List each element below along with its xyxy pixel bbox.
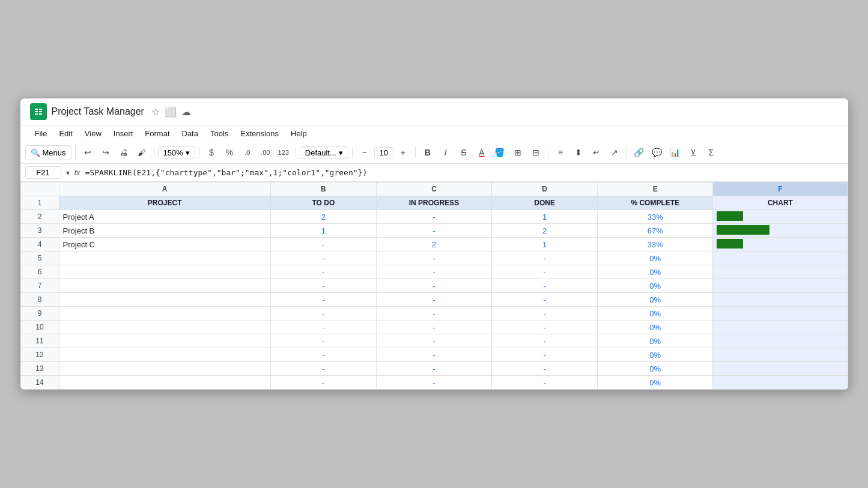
cell-f10[interactable]: [713, 321, 848, 334]
cloud-icon[interactable]: ☁: [181, 106, 191, 118]
cell-e12[interactable]: 0%: [598, 348, 713, 362]
cell-f11[interactable]: [713, 334, 848, 348]
row-num-12[interactable]: 12: [20, 348, 59, 362]
cell-d7[interactable]: -: [492, 279, 598, 293]
filter-button[interactable]: ⊻: [685, 144, 702, 161]
formula-input[interactable]: [85, 168, 843, 177]
valign-button[interactable]: ⬍: [570, 144, 587, 161]
cell-b4[interactable]: -: [270, 238, 376, 252]
decimal-inc-button[interactable]: .00: [257, 144, 274, 161]
row-num-6[interactable]: 6: [20, 265, 59, 279]
cell-b13[interactable]: -: [270, 362, 376, 376]
cell-f14[interactable]: [713, 376, 848, 390]
font-size-input[interactable]: [374, 147, 393, 158]
cell-e6[interactable]: 0%: [598, 265, 713, 279]
row-num-1[interactable]: 1: [20, 196, 59, 210]
cell-b3[interactable]: 1: [270, 224, 376, 238]
col-header-a[interactable]: A: [59, 182, 270, 196]
cell-e10[interactable]: 0%: [598, 321, 713, 334]
cell-b6[interactable]: -: [270, 265, 376, 279]
fill-color-button[interactable]: 🪣: [491, 144, 508, 161]
cell-a10[interactable]: [59, 321, 270, 334]
zoom-selector[interactable]: 150% ▾: [158, 146, 195, 159]
cell-reference-input[interactable]: [25, 166, 61, 179]
cell-d11[interactable]: -: [492, 334, 598, 348]
row-num-5[interactable]: 5: [20, 252, 59, 265]
cell-d6[interactable]: -: [492, 265, 598, 279]
row-num-14[interactable]: 14: [20, 376, 59, 390]
cell-d10[interactable]: -: [492, 321, 598, 334]
cell-b5[interactable]: -: [270, 252, 376, 265]
cell-d2[interactable]: 1: [492, 210, 598, 224]
cell-a14[interactable]: [59, 376, 270, 390]
italic-button[interactable]: I: [437, 144, 454, 161]
cell-f7[interactable]: [713, 279, 848, 293]
menu-extensions[interactable]: Extensions: [235, 127, 284, 140]
print-button[interactable]: 🖨: [115, 144, 132, 161]
cell-a9[interactable]: [59, 307, 270, 321]
col-header-c[interactable]: C: [376, 182, 491, 196]
cell-f9[interactable]: [713, 307, 848, 321]
cell-c5[interactable]: -: [376, 252, 491, 265]
cell-c7[interactable]: -: [376, 279, 491, 293]
cell-b11[interactable]: -: [270, 334, 376, 348]
undo-button[interactable]: ↩: [79, 144, 96, 161]
cell-c12[interactable]: -: [376, 348, 491, 362]
cell-e4[interactable]: 33%: [598, 238, 713, 252]
cell-e7[interactable]: 0%: [598, 279, 713, 293]
cell-a3[interactable]: Project B: [59, 224, 270, 238]
cell-e2[interactable]: 33%: [598, 210, 713, 224]
cell-d4[interactable]: 1: [492, 238, 598, 252]
star-icon[interactable]: ☆: [151, 106, 160, 118]
row-num-3[interactable]: 3: [20, 224, 59, 238]
cell-c9[interactable]: -: [376, 307, 491, 321]
cell-d5[interactable]: -: [492, 252, 598, 265]
cell-d8[interactable]: -: [492, 293, 598, 307]
cell-a12[interactable]: [59, 348, 270, 362]
row-num-8[interactable]: 8: [20, 293, 59, 307]
folder-icon[interactable]: ⬜: [165, 106, 177, 118]
link-button[interactable]: 🔗: [631, 144, 648, 161]
percent-button[interactable]: %: [221, 144, 238, 161]
cell-b8[interactable]: -: [270, 293, 376, 307]
cell-b2[interactable]: 2: [270, 210, 376, 224]
cell-c13[interactable]: -: [376, 362, 491, 376]
row-num-7[interactable]: 7: [20, 279, 59, 293]
menu-format[interactable]: Format: [140, 127, 174, 140]
cell-c2[interactable]: -: [376, 210, 491, 224]
cell-a2[interactable]: Project A: [59, 210, 270, 224]
menu-edit[interactable]: Edit: [54, 127, 77, 140]
text-color-button[interactable]: A: [473, 144, 490, 161]
cell-c6[interactable]: -: [376, 265, 491, 279]
row-num-10[interactable]: 10: [20, 321, 59, 334]
menu-insert[interactable]: Insert: [109, 127, 138, 140]
cell-d12[interactable]: -: [492, 348, 598, 362]
paint-format-button[interactable]: 🖌: [133, 144, 150, 161]
row-num-4[interactable]: 4: [20, 238, 59, 252]
menu-data[interactable]: Data: [177, 127, 203, 140]
cell-c11[interactable]: -: [376, 334, 491, 348]
col-header-d[interactable]: D: [492, 182, 598, 196]
row-num-13[interactable]: 13: [20, 362, 59, 376]
chart-button[interactable]: 📊: [667, 144, 684, 161]
cell-a4[interactable]: Project C: [59, 238, 270, 252]
cell-a5[interactable]: [59, 252, 270, 265]
font-size-inc-button[interactable]: +: [395, 144, 411, 161]
font-selector[interactable]: Default... ▾: [300, 146, 348, 159]
cell-b7[interactable]: -: [270, 279, 376, 293]
cell-f2[interactable]: [713, 210, 848, 224]
col-header-f[interactable]: F: [713, 182, 848, 196]
menu-view[interactable]: View: [80, 127, 106, 140]
header-chart[interactable]: CHART: [713, 196, 848, 210]
col-header-b[interactable]: B: [270, 182, 376, 196]
cell-f12[interactable]: [713, 348, 848, 362]
cell-c14[interactable]: -: [376, 376, 491, 390]
header-in-progress[interactable]: IN PROGRESS: [376, 196, 491, 210]
cell-c4[interactable]: 2: [376, 238, 491, 252]
strikethrough-button[interactable]: S: [455, 144, 472, 161]
cell-d3[interactable]: 2: [492, 224, 598, 238]
font-size-dec-button[interactable]: −: [356, 144, 373, 161]
cell-e14[interactable]: 0%: [598, 376, 713, 390]
cell-ref-dropdown[interactable]: ▾: [66, 169, 70, 177]
currency-button[interactable]: $: [203, 144, 220, 161]
